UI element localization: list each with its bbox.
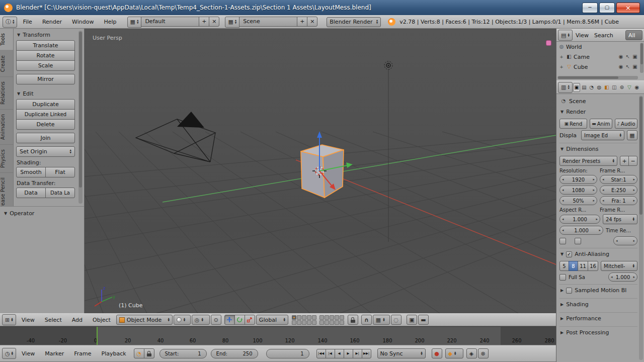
- menu-marker[interactable]: Marker: [40, 349, 68, 358]
- scrollbar-thumb[interactable]: [640, 43, 643, 64]
- snap-target-button[interactable]: ◌: [391, 315, 401, 325]
- aspect-x-field[interactable]: 1.000: [559, 215, 600, 224]
- antialiasing-checkbox[interactable]: [566, 251, 572, 257]
- cube-object[interactable]: [301, 145, 344, 198]
- translate-manipulator-button[interactable]: [224, 315, 235, 325]
- edit-panel-header[interactable]: Edit: [16, 88, 75, 99]
- sampled-motion-blur-panel-header[interactable]: Sampled Motion Bl: [559, 285, 637, 296]
- preset-add-button[interactable]: +: [620, 156, 629, 166]
- 3d-viewport[interactable]: User Persp (1) Cube z y: [85, 29, 556, 313]
- layer-13[interactable]: [302, 320, 306, 325]
- image-editor-icon-button[interactable]: ▦: [627, 130, 637, 140]
- next-keyframe-button[interactable]: ▶|: [353, 349, 362, 358]
- expand-icon[interactable]: +: [558, 55, 565, 59]
- delete-keyframe-button[interactable]: ⊗: [478, 348, 489, 358]
- screen-layout-delete-button[interactable]: ×: [209, 17, 219, 27]
- outliner-display-mode-select[interactable]: All: [625, 30, 642, 40]
- close-button[interactable]: ×: [616, 3, 640, 13]
- play-button[interactable]: ▶: [344, 349, 353, 358]
- menu-help[interactable]: Help: [99, 17, 121, 27]
- transform-panel-header[interactable]: Transform: [16, 30, 75, 40]
- menu-view-timeline[interactable]: View: [17, 349, 39, 358]
- layer-3[interactable]: [302, 315, 306, 320]
- interaction-mode-select[interactable]: Object Mode: [116, 315, 173, 325]
- layer-1[interactable]: [292, 315, 296, 320]
- scene-browse-button[interactable]: ▦: [225, 17, 239, 28]
- tab-world[interactable]: ◍: [596, 83, 603, 92]
- selectability-arrow-icon[interactable]: ↖: [625, 54, 631, 59]
- minimize-button[interactable]: ─: [582, 3, 598, 13]
- render-button-props[interactable]: ▣Rend: [559, 119, 587, 129]
- menu-frame[interactable]: Frame: [69, 349, 96, 358]
- full-sample-checkbox[interactable]: [559, 274, 566, 281]
- layer-16[interactable]: [319, 320, 324, 325]
- layer-9[interactable]: [335, 315, 339, 320]
- editor-type-button-timeline[interactable]: ◷: [2, 348, 16, 359]
- outliner-row-world[interactable]: ◍ World: [556, 42, 644, 52]
- insert-keyframe-button[interactable]: ◈: [466, 348, 477, 358]
- crop-checkbox[interactable]: [575, 238, 581, 244]
- layer-2[interactable]: [297, 315, 301, 320]
- snap-element-select[interactable]: ▦: [373, 315, 390, 325]
- layer-18[interactable]: [330, 320, 334, 325]
- scene-add-button[interactable]: +: [297, 17, 307, 27]
- border-checkbox[interactable]: [559, 238, 566, 244]
- preset-remove-button[interactable]: −: [628, 156, 637, 166]
- set-origin-select[interactable]: Set Origin: [16, 146, 75, 157]
- shelf-tab-create[interactable]: Create: [0, 51, 13, 77]
- opengl-render-anim-button[interactable]: ▬: [418, 315, 429, 325]
- layer-11[interactable]: [292, 320, 296, 325]
- expand-icon[interactable]: +: [558, 65, 565, 69]
- aa-samples-16-button[interactable]: 16: [588, 261, 598, 271]
- screen-layout-name-field[interactable]: Default: [141, 17, 199, 27]
- scale-button[interactable]: Scale: [16, 60, 75, 71]
- aspect-y-field[interactable]: 1.000: [559, 226, 603, 235]
- aa-samples-8-button[interactable]: 8: [569, 261, 578, 271]
- manipulate-origins-button[interactable]: ⊙: [211, 315, 221, 325]
- menu-render[interactable]: Render: [38, 17, 66, 27]
- start-frame-field[interactable]: Start:1: [159, 349, 207, 358]
- resolution-y-field[interactable]: 1080: [559, 186, 597, 195]
- maximize-button[interactable]: ▢: [599, 3, 615, 13]
- play-reverse-button[interactable]: ◀: [335, 349, 344, 358]
- menu-playback[interactable]: Playback: [97, 349, 131, 358]
- mirror-button[interactable]: Mirror: [16, 74, 75, 84]
- resolution-percentage-field[interactable]: 50%: [559, 196, 597, 205]
- layer-6[interactable]: [319, 315, 324, 320]
- screen-layout-browse-button[interactable]: ▦: [127, 17, 142, 28]
- transform-orientation-select[interactable]: Global: [256, 315, 288, 325]
- visibility-eye-icon[interactable]: ◉: [618, 54, 624, 59]
- 3d-scene[interactable]: [85, 29, 556, 313]
- tab-render[interactable]: ▣: [573, 83, 580, 92]
- render-animation-button[interactable]: ▬Anim: [590, 119, 612, 129]
- scene-delete-button[interactable]: ×: [307, 17, 317, 27]
- menu-object-3d[interactable]: Object: [88, 315, 115, 325]
- shelf-tab-physics[interactable]: Physics: [0, 145, 13, 173]
- layer-15[interactable]: [312, 320, 316, 325]
- layer-20[interactable]: [340, 320, 344, 325]
- layer-12[interactable]: [297, 320, 301, 325]
- aa-samples-11-button[interactable]: 11: [578, 261, 588, 271]
- menu-add-3d[interactable]: Add: [67, 315, 87, 325]
- av-sync-select[interactable]: No Sync: [377, 348, 426, 358]
- data-button[interactable]: Data: [16, 188, 46, 198]
- time-remap-field[interactable]: [613, 236, 637, 245]
- shading-panel-header[interactable]: Shading: [559, 299, 637, 310]
- duplicate-button[interactable]: Duplicate: [16, 99, 75, 110]
- timeline-ruler[interactable]: -40 -20 0 20 40 60 80 100 120 140 160 18…: [0, 326, 556, 345]
- editor-type-button-3dview[interactable]: ⊞: [2, 314, 16, 325]
- display-mode-select-props[interactable]: Image Ed: [581, 130, 624, 140]
- duplicate-linked-button[interactable]: Duplicate Linked: [16, 109, 75, 120]
- rotate-manipulator-button[interactable]: [234, 315, 245, 325]
- post-processing-panel-header[interactable]: Post Processing: [559, 327, 637, 338]
- tab-object[interactable]: ◧: [603, 83, 610, 92]
- screen-layout-add-button[interactable]: +: [199, 17, 209, 27]
- end-frame-field[interactable]: End:250: [211, 349, 258, 358]
- jump-to-start-button[interactable]: |◀◀: [316, 349, 326, 358]
- render-presets-select[interactable]: Render Presets: [559, 156, 617, 166]
- render-engine-select[interactable]: Blender Render: [327, 17, 381, 27]
- menu-select-3d[interactable]: Select: [40, 315, 66, 325]
- scrollbar-thumb[interactable]: [79, 32, 82, 188]
- tab-data[interactable]: ▽: [626, 83, 633, 92]
- renderability-camera-icon[interactable]: ▣: [632, 64, 638, 69]
